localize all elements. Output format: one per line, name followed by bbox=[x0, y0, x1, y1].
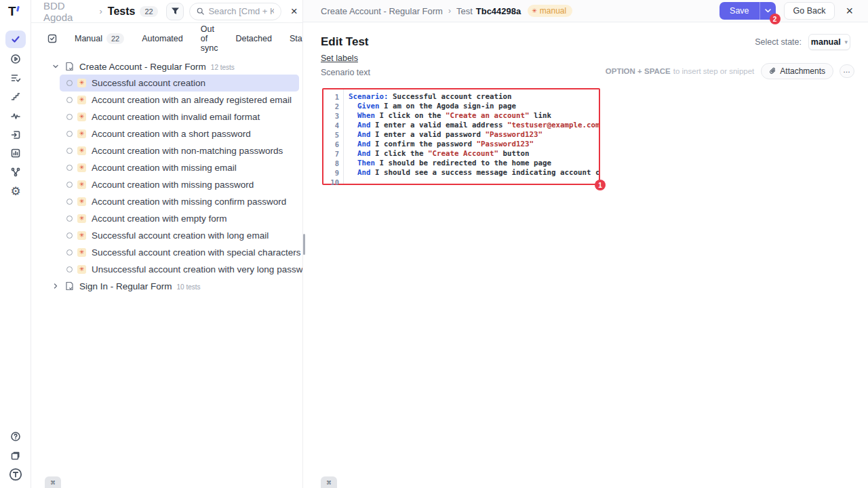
help-icon[interactable] bbox=[5, 428, 26, 445]
test-title[interactable]: Successful account creation with special… bbox=[92, 247, 335, 258]
test-row[interactable]: ✳Account creation with empty form bbox=[60, 210, 299, 227]
go-back-button[interactable]: Go Back bbox=[784, 2, 835, 20]
code-line[interactable]: Then I should be redirected to the home … bbox=[349, 159, 599, 168]
test-status-circle-icon[interactable] bbox=[66, 216, 73, 222]
code-line[interactable]: Scenario: Successful account creation bbox=[349, 92, 599, 102]
editor-code[interactable]: Scenario: Successful account creation Gi… bbox=[344, 89, 599, 184]
code-line[interactable]: And I should see a success message indic… bbox=[349, 168, 599, 178]
code-line[interactable]: And I click the "Create Account" button bbox=[349, 149, 599, 159]
tab-automated[interactable]: Automated bbox=[142, 34, 182, 43]
code-line[interactable]: When I click on the "Create an account" … bbox=[349, 111, 599, 121]
test-row[interactable]: ✳Successful account creation with long e… bbox=[60, 227, 299, 244]
code-line[interactable]: And I enter a valid password "Password12… bbox=[349, 130, 599, 140]
manual-test-icon: ✳ bbox=[77, 197, 86, 206]
chevron-right-icon[interactable] bbox=[52, 283, 60, 289]
test-row[interactable]: ✳Account creation with non-matching pass… bbox=[60, 142, 299, 159]
state-dropdown[interactable]: manual ▾ bbox=[808, 34, 850, 50]
test-status-circle-icon[interactable] bbox=[66, 249, 73, 256]
test-title[interactable]: Account creation with a short password bbox=[92, 129, 251, 139]
filter-button[interactable] bbox=[166, 3, 184, 20]
breadcrumb-project[interactable]: BDD Agoda bbox=[43, 0, 94, 23]
tab-detached[interactable]: Detached bbox=[235, 34, 272, 43]
test-status-circle-icon[interactable] bbox=[66, 148, 73, 154]
test-row[interactable]: ✳Account creation with missing confirm p… bbox=[60, 193, 299, 210]
test-title[interactable]: Successful account creation bbox=[92, 78, 205, 88]
test-row[interactable]: ✳Account creation with a short password bbox=[60, 125, 299, 142]
suite-name[interactable]: Sign In - Regular Form bbox=[79, 281, 172, 291]
steps-icon[interactable] bbox=[5, 88, 26, 106]
test-title[interactable]: Account creation with non-matching passw… bbox=[92, 146, 283, 156]
test-status-circle-icon[interactable] bbox=[66, 232, 73, 239]
test-row[interactable]: ✳Account creation with missing email bbox=[60, 159, 299, 176]
search-box[interactable] bbox=[189, 3, 281, 20]
code-line[interactable]: And I confirm the password "Password123" bbox=[349, 140, 599, 149]
test-title[interactable]: Account creation with empty form bbox=[92, 214, 227, 224]
test-row[interactable]: ✳Successful account creation bbox=[60, 75, 299, 92]
code-line[interactable] bbox=[349, 178, 599, 184]
attachments-label: Attachments bbox=[780, 66, 825, 76]
tests-icon[interactable] bbox=[5, 30, 26, 48]
set-labels-link[interactable]: Set labels bbox=[321, 54, 358, 63]
save-split-button[interactable]: Save 2 bbox=[719, 2, 776, 20]
reports-icon[interactable] bbox=[5, 144, 26, 162]
test-status-circle-icon[interactable] bbox=[66, 114, 73, 120]
test-status-circle-icon[interactable] bbox=[66, 199, 73, 205]
app-logo[interactable]: T bbox=[8, 4, 16, 19]
logo-badge-icon[interactable] bbox=[5, 466, 26, 483]
chevron-down-icon[interactable] bbox=[52, 63, 60, 70]
breadcrumb-section[interactable]: Tests bbox=[108, 5, 136, 18]
manual-test-icon: ✳ bbox=[77, 163, 86, 172]
save-button[interactable]: Save bbox=[719, 2, 760, 20]
test-row[interactable]: ✳Account creation with an already regist… bbox=[60, 92, 299, 108]
test-title[interactable]: Account creation with missing email bbox=[92, 163, 237, 173]
test-title[interactable]: Account creation with missing password bbox=[92, 180, 254, 190]
tab-out-of-sync[interactable]: Out of sync bbox=[201, 24, 218, 53]
scenario-editor[interactable]: 12345678910 Scenario: Successful account… bbox=[322, 88, 600, 185]
scrollbar-thumb[interactable] bbox=[303, 234, 305, 255]
annotation-badge-2: 2 bbox=[770, 14, 781, 24]
code-line[interactable]: And I enter a valid email address "testu… bbox=[349, 121, 599, 130]
test-title[interactable]: Account creation with an already registe… bbox=[92, 95, 292, 105]
tab-manual[interactable]: Manual22 bbox=[75, 33, 124, 44]
code-line[interactable]: Given I am on the Agoda sign-in page bbox=[349, 102, 599, 111]
more-options-button[interactable]: … bbox=[840, 64, 854, 78]
test-title[interactable]: Account creation with invalid email form… bbox=[92, 112, 260, 122]
suite-row[interactable]: Sign In - Regular Form10 tests bbox=[31, 278, 302, 294]
test-row[interactable]: ✳Unsuccessful account creation with very… bbox=[60, 261, 299, 278]
branches-icon[interactable] bbox=[5, 163, 26, 181]
code-text: I am on the Agoda sign-in page bbox=[380, 102, 517, 110]
panel-close-icon[interactable]: × bbox=[846, 5, 853, 17]
test-title[interactable]: Unsuccessful account creation with very … bbox=[92, 264, 316, 274]
tab-label: Automated bbox=[142, 34, 182, 43]
pulse-icon[interactable] bbox=[5, 107, 26, 125]
import-icon[interactable] bbox=[5, 126, 26, 144]
test-status-circle-icon[interactable] bbox=[66, 266, 73, 272]
test-status-circle-icon[interactable] bbox=[66, 182, 73, 188]
detail-breadcrumb-parent[interactable]: Create Account - Regular Form bbox=[321, 6, 443, 16]
suite-test-count: 10 tests bbox=[177, 283, 201, 291]
code-text bbox=[349, 149, 357, 158]
suite-row[interactable]: Create Account - Regular Form12 tests bbox=[31, 58, 302, 75]
select-all-icon[interactable] bbox=[47, 34, 57, 43]
test-title[interactable]: Successful account creation with long em… bbox=[92, 230, 269, 241]
test-row[interactable]: ✳Account creation with missing password bbox=[60, 176, 299, 193]
suite-name[interactable]: Create Account - Regular Form bbox=[79, 62, 206, 72]
test-status-circle-icon[interactable] bbox=[66, 131, 73, 137]
test-plans-icon[interactable] bbox=[5, 69, 26, 87]
command-shortcut-chip[interactable]: ⌘ bbox=[45, 476, 61, 488]
test-status-circle-icon[interactable] bbox=[66, 97, 73, 103]
search-input[interactable] bbox=[208, 6, 274, 16]
projects-icon[interactable] bbox=[5, 447, 26, 464]
gherkin-keyword: And bbox=[357, 130, 371, 139]
test-status-circle-icon[interactable] bbox=[66, 80, 73, 86]
test-status-circle-icon[interactable] bbox=[66, 165, 73, 171]
search-close-icon[interactable]: × bbox=[285, 3, 302, 20]
runs-icon[interactable] bbox=[5, 50, 26, 68]
test-row[interactable]: ✳Account creation with invalid email for… bbox=[60, 108, 299, 125]
settings-gear-icon[interactable]: ⚙ bbox=[5, 182, 26, 200]
test-row[interactable]: ✳Successful account creation with specia… bbox=[60, 244, 299, 261]
command-shortcut-chip[interactable]: ⌘ bbox=[321, 476, 337, 488]
attachments-button[interactable]: Attachments bbox=[761, 63, 833, 79]
test-title[interactable]: Account creation with missing confirm pa… bbox=[92, 197, 286, 207]
tests-list-panel: BDD Agoda › Tests 22 × Manual22Automated… bbox=[31, 0, 302, 488]
